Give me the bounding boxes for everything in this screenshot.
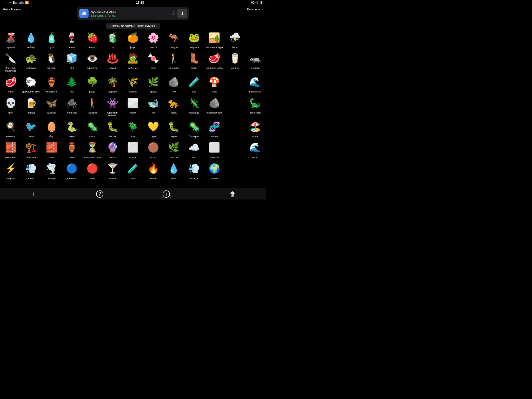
grid-item-63[interactable] <box>225 118 245 139</box>
help-button[interactable]: ? <box>94 188 105 200</box>
grid-item-67[interactable]: 🧱кирпич <box>41 139 62 159</box>
item-icon-71: ⬜ <box>125 140 141 155</box>
grid-item-61[interactable]: 🦠бактерии <box>184 118 204 139</box>
grid-item-86[interactable]: 💧вода <box>164 160 184 181</box>
ad-download-button[interactable]: ⬇ <box>177 9 187 18</box>
grid-item-78[interactable]: ⚡энергия <box>1 160 21 181</box>
grid-item-37[interactable] <box>225 73 245 94</box>
grid-item-36[interactable]: 🍄гриб <box>204 73 225 94</box>
remove-ads-button[interactable]: Remove ads <box>247 8 263 11</box>
grid-item-60[interactable]: 🐛червь <box>164 118 184 139</box>
grid-item-20[interactable]: 🍬секс <box>143 50 163 73</box>
grid-item-0[interactable]: 🌋вулкан <box>1 29 21 50</box>
grid-item-33[interactable]: 🌿трава <box>143 73 163 94</box>
grid-item-13[interactable]: 🔪Коктейль Молотова <box>1 50 21 73</box>
grid-item-71[interactable]: ⬜металл <box>123 139 143 159</box>
grid-item-34[interactable]: 🪨мох <box>164 73 184 94</box>
item-icon-37 <box>227 74 243 90</box>
grid-item-12[interactable] <box>245 29 265 50</box>
grid-item-82[interactable]: 🔴лава <box>82 160 102 181</box>
grid-item-57[interactable]: 🐛Битлз <box>102 118 123 139</box>
grid-item-53[interactable]: 🐦птица <box>21 118 41 139</box>
grid-item-49[interactable]: 🪨окаменелость <box>204 94 225 118</box>
grid-item-87[interactable]: 💨воздух <box>184 160 204 181</box>
grid-item-31[interactable]: 🌴дерево <box>102 73 123 94</box>
grid-item-29[interactable]: 🌲лес <box>62 73 82 94</box>
grid-item-9[interactable]: 🐸лягушка <box>184 29 204 50</box>
grid-item-50[interactable] <box>225 94 245 118</box>
grid-item-22[interactable]: 👢грязь <box>184 50 204 73</box>
grid-item-59[interactable]: 💛сера <box>143 118 163 139</box>
grid-item-35[interactable]: 🧪йод <box>184 73 204 94</box>
grid-item-4[interactable]: 🍓ягода <box>82 29 102 50</box>
grid-item-79[interactable]: 💨пыль <box>21 160 41 181</box>
grid-item-72[interactable]: 🟤песок <box>143 139 163 159</box>
grid-item-6[interactable]: 🍊фрукт <box>123 29 143 50</box>
grid-item-19[interactable]: 🧟ребенок <box>123 50 143 73</box>
grid-item-69[interactable]: ⏳песочные часы <box>82 139 102 159</box>
info-button[interactable]: i <box>161 188 172 200</box>
grid-item-88[interactable]: 🌍земля <box>204 160 225 181</box>
grid-item-5[interactable]: 🧃сок <box>102 29 123 50</box>
grid-item-47[interactable]: 🐆зверь <box>164 94 184 118</box>
grid-item-64[interactable]: 🏖️пляж <box>245 118 265 139</box>
grid-item-7[interactable]: 🌸цветок <box>143 29 163 50</box>
grid-item-81[interactable]: 🔵давление <box>62 160 82 181</box>
grid-item-46[interactable]: 🐋кит <box>143 94 163 118</box>
grid-item-18[interactable]: ♨️сауна <box>102 50 123 73</box>
grid-item-52[interactable]: 🍳яичница <box>1 118 21 139</box>
grid-item-48[interactable]: 🦎ящерица <box>184 94 204 118</box>
grid-item-74[interactable]: ☁️пар <box>184 139 204 159</box>
grid-item-39[interactable]: 💀труп <box>1 94 21 118</box>
grid-item-25[interactable]: 🦡шерсть <box>245 50 265 73</box>
grid-item-42[interactable]: 🕷️больной <box>62 94 82 118</box>
grid-item-17[interactable]: 👁️планктон <box>82 50 102 73</box>
grid-item-41[interactable]: 🦋бабочка <box>41 94 62 118</box>
grid-item-66[interactable]: 🏗️плотина <box>21 139 41 159</box>
item-label-3: вино <box>69 46 75 49</box>
grid-item-68[interactable]: 🏺глина <box>62 139 82 159</box>
grid-item-23[interactable]: 🥩жареное мясо <box>204 50 225 73</box>
grid-item-70[interactable]: 🔮стекло <box>102 139 123 159</box>
grid-item-44[interactable]: 👾ядовитый элемент <box>102 94 123 118</box>
grid-item-21[interactable]: 🚶женщина <box>164 50 184 73</box>
grid-item-43[interactable]: 🚶человек <box>82 94 102 118</box>
grid-item-27[interactable]: 🐑домашний скот <box>21 73 41 94</box>
grid-item-80[interactable]: 🌪️ветер <box>41 160 62 181</box>
grid-item-30[interactable]: 🌳роща <box>82 73 102 94</box>
grid-item-14[interactable]: 🐢черепаха <box>21 50 41 73</box>
grid-item-24[interactable]: 🥛молоко <box>225 50 245 73</box>
grid-item-10[interactable]: 🏜️песчаная буря <box>204 29 225 50</box>
premium-button[interactable]: Get a Premium <box>3 8 22 11</box>
grid-item-73[interactable]: 🌿болото <box>164 139 184 159</box>
grid-item-2[interactable]: 🧴духи <box>41 29 62 50</box>
grid-item-54[interactable]: 🥚яйцо <box>41 118 62 139</box>
grid-item-85[interactable]: 🔥огонь <box>143 160 163 181</box>
grid-item-26[interactable]: 🥩мясо <box>1 73 21 94</box>
grid-item-45[interactable]: 🌫️пепел <box>123 94 143 118</box>
grid-item-83[interactable]: 🍸водка <box>102 160 123 181</box>
grid-item-58[interactable]: 🪲жук <box>123 118 143 139</box>
grid-item-1[interactable]: 💧гейзер <box>21 29 41 50</box>
grid-item-51[interactable]: 🦕динозавр <box>245 94 265 118</box>
grid-item-84[interactable]: 🧪спирт <box>123 160 143 181</box>
delete-button[interactable]: 🗑 <box>227 188 238 200</box>
grid-item-65[interactable]: 🧱ржавчина <box>1 139 21 159</box>
grid-item-56[interactable]: 🦠грипп <box>82 118 102 139</box>
grid-item-11[interactable]: ⛈️буря <box>225 29 245 50</box>
grid-item-38[interactable]: 🌊водоросли <box>245 73 265 94</box>
grid-item-76[interactable] <box>225 139 245 159</box>
grid-item-77[interactable]: 🌊море <box>245 139 265 159</box>
grid-item-75[interactable]: ⬜камень <box>204 139 225 159</box>
grid-item-16[interactable]: 🧊лёд <box>62 50 82 73</box>
grid-item-40[interactable]: 🍺алкаш <box>21 94 41 118</box>
grid-item-28[interactable]: 🏺керамика <box>41 73 62 94</box>
grid-item-32[interactable]: 🌾семена <box>123 73 143 94</box>
grid-item-55[interactable]: 🐍змея <box>62 118 82 139</box>
grid-item-8[interactable]: 🦘кенгуру <box>164 29 184 50</box>
add-button[interactable]: + <box>28 188 39 200</box>
ad-banner[interactable]: ☁️ Лучше чем VPN Загрузить с iTunes ⓘ ⬇ <box>77 7 189 20</box>
grid-item-15[interactable]: 🐧пингвин <box>41 50 62 73</box>
grid-item-3[interactable]: 🍷вино <box>62 29 82 50</box>
grid-item-62[interactable]: 🧬жизнь <box>204 118 225 139</box>
